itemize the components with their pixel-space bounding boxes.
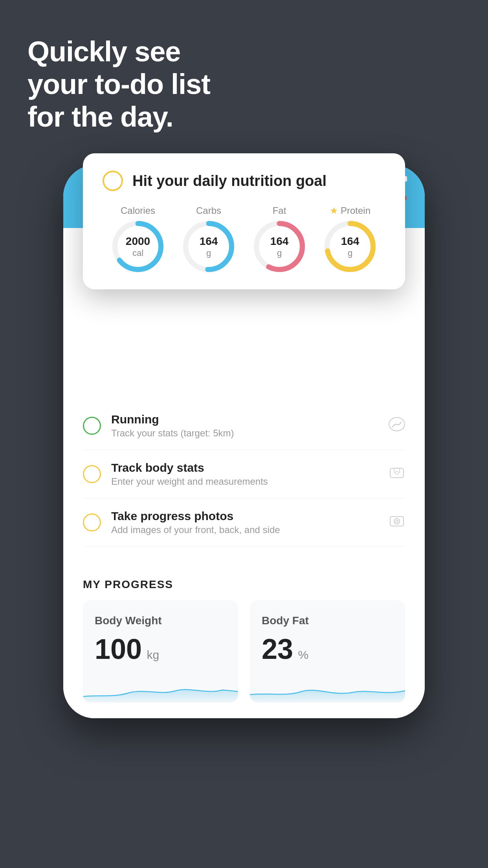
carbs-value: 164	[200, 235, 218, 248]
hero-line3: for the day.	[28, 101, 210, 133]
todo-item-name: Running	[111, 413, 378, 426]
todo-item-name: Take progress photos	[111, 509, 378, 523]
calories-label: Calories	[121, 205, 155, 216]
todo-item-name: Track body stats	[111, 461, 378, 474]
fat-unit: g	[277, 248, 282, 258]
calories-unit: cal	[132, 248, 143, 258]
todo-check-photos[interactable]	[83, 513, 101, 531]
progress-title: MY PROGRESS	[83, 578, 405, 591]
protein-value: 164	[341, 235, 360, 248]
calories-value: 2000	[126, 235, 150, 248]
svg-point-2	[395, 471, 398, 474]
svg-rect-3	[390, 517, 404, 526]
photo-icon	[389, 513, 405, 532]
hero-line1: Quickly see	[28, 35, 210, 68]
body-weight-unit: kg	[147, 648, 160, 661]
todo-item-sub: Enter your weight and measurements	[111, 476, 378, 487]
calories-donut: 2000 cal	[112, 221, 163, 272]
nutrition-card: Hit your daily nutrition goal Calories 2…	[83, 153, 405, 289]
body-weight-value-row: 100 kg	[95, 635, 226, 663]
nutrition-check-circle[interactable]	[103, 171, 123, 191]
fat-label: Fat	[273, 205, 286, 216]
protein-unit: g	[348, 248, 352, 258]
svg-rect-1	[390, 468, 404, 478]
nutrition-card-title: Hit your daily nutrition goal	[132, 173, 327, 189]
body-fat-chart	[250, 675, 405, 702]
body-fat-label: Body Fat	[262, 614, 393, 627]
todo-check-running[interactable]	[83, 417, 101, 435]
body-weight-label: Body Weight	[95, 614, 226, 627]
todo-item-sub: Add images of your front, back, and side	[111, 524, 378, 535]
carbs-unit: g	[206, 248, 211, 258]
calories-item: Calories 2000 cal	[112, 205, 163, 272]
todo-list: Running Track your stats (target: 5km) T…	[83, 402, 405, 547]
todo-item-sub: Track your stats (target: 5km)	[111, 428, 378, 439]
body-fat-number: 23	[262, 633, 293, 665]
body-weight-card: Body Weight 100 kg	[83, 600, 238, 702]
carbs-donut: 164 g	[183, 221, 234, 272]
svg-point-4	[394, 519, 400, 524]
hero-line2: your to-do list	[28, 68, 210, 101]
svg-point-5	[396, 520, 398, 522]
scale-icon	[389, 465, 405, 484]
progress-section: MY PROGRESS Body Weight 100 kg	[63, 563, 425, 718]
list-item[interactable]: Running Track your stats (target: 5km)	[83, 402, 405, 450]
card-header: Hit your daily nutrition goal	[103, 171, 385, 191]
progress-cards: Body Weight 100 kg	[83, 600, 405, 702]
running-icon	[389, 417, 405, 435]
todo-check-body-stats[interactable]	[83, 465, 101, 483]
fat-donut: 164 g	[254, 221, 305, 272]
body-weight-chart	[83, 675, 238, 702]
carbs-item: Carbs 164 g	[183, 205, 234, 272]
star-icon: ★	[330, 205, 338, 216]
hero-text: Quickly see your to-do list for the day.	[28, 35, 210, 133]
list-item[interactable]: Track body stats Enter your weight and m…	[83, 450, 405, 498]
protein-donut: 164 g	[325, 221, 376, 272]
body-fat-unit: %	[298, 648, 309, 661]
body-fat-value-row: 23 %	[262, 635, 393, 663]
list-item[interactable]: Take progress photos Add images of your …	[83, 498, 405, 547]
protein-label: ★ Protein	[330, 205, 371, 216]
carbs-label: Carbs	[196, 205, 221, 216]
body-fat-card: Body Fat 23 %	[250, 600, 405, 702]
fat-item: Fat 164 g	[254, 205, 305, 272]
protein-item: ★ Protein 164 g	[325, 205, 376, 272]
nutrition-items: Calories 2000 cal Carbs	[103, 205, 385, 272]
fat-value: 164	[270, 235, 289, 248]
body-weight-number: 100	[95, 633, 142, 665]
